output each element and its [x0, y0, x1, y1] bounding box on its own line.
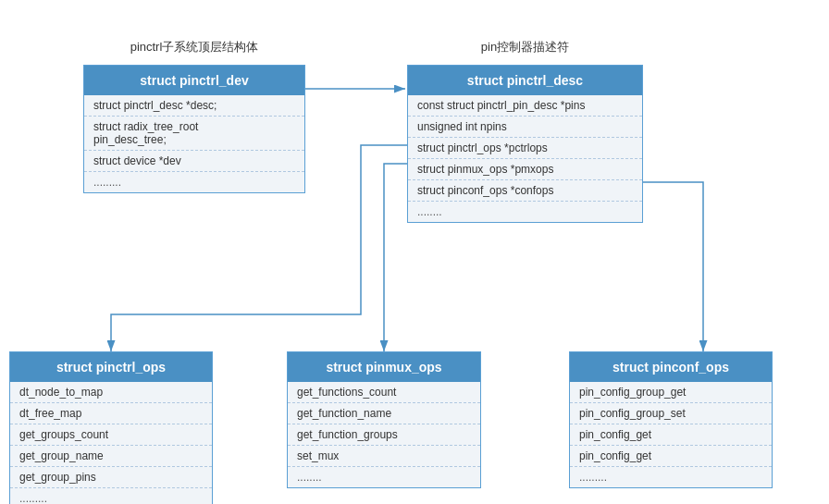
- row: ........: [288, 467, 480, 487]
- row: pin_config_group_get: [570, 382, 772, 403]
- row: struct device *dev: [84, 151, 304, 172]
- row: get_group_name: [10, 446, 212, 467]
- struct-pinmux-ops-header: struct pinmux_ops: [288, 352, 480, 382]
- struct-pinctrl-desc: struct pinctrl_desc const struct pinctrl…: [407, 65, 643, 223]
- row: dt_node_to_map: [10, 382, 212, 403]
- label-pinctrl-subsystem: pinctrl子系统顶层结构体: [83, 39, 305, 55]
- row: struct pinctrl_ops *pctrlops: [408, 138, 642, 159]
- diagram-container: pinctrl子系统顶层结构体 pin控制器描述符 struct pinctrl…: [0, 0, 829, 504]
- row: pin_config_group_set: [570, 403, 772, 424]
- row: .........: [570, 467, 772, 487]
- struct-pinconf-ops-header: struct pinconf_ops: [570, 352, 772, 382]
- row: get_function_groups: [288, 424, 480, 446]
- struct-pinctrl-desc-body: const struct pinctrl_pin_desc *pins unsi…: [408, 95, 642, 222]
- row: dt_free_map: [10, 403, 212, 424]
- row: get_functions_count: [288, 382, 480, 403]
- row: set_mux: [288, 446, 480, 467]
- row: pin_config_get: [570, 446, 772, 467]
- row: get_group_pins: [10, 467, 212, 488]
- row: .........: [10, 488, 212, 504]
- row: struct pinctrl_desc *desc;: [84, 95, 304, 117]
- row: struct pinmux_ops *pmxops: [408, 159, 642, 180]
- struct-pinctrl-desc-header: struct pinctrl_desc: [408, 66, 642, 95]
- arrow-pmxops: [384, 164, 407, 351]
- row: get_groups_count: [10, 424, 212, 446]
- row: unsigned int npins: [408, 117, 642, 138]
- struct-pinconf-ops: struct pinconf_ops pin_config_group_get …: [569, 351, 773, 488]
- struct-pinctrl-ops: struct pinctrl_ops dt_node_to_map dt_fre…: [9, 351, 213, 504]
- arrow-confops: [643, 182, 703, 351]
- row: pin_config_get: [570, 424, 772, 446]
- struct-pinctrl-ops-body: dt_node_to_map dt_free_map get_groups_co…: [10, 382, 212, 504]
- row: const struct pinctrl_pin_desc *pins: [408, 95, 642, 117]
- struct-pinctrl-dev-body: struct pinctrl_desc *desc; struct radix_…: [84, 95, 304, 192]
- struct-pinmux-ops: struct pinmux_ops get_functions_count ge…: [287, 351, 481, 488]
- row: .........: [84, 172, 304, 192]
- struct-pinctrl-ops-header: struct pinctrl_ops: [10, 352, 212, 382]
- struct-pinmux-ops-body: get_functions_count get_function_name ge…: [288, 382, 480, 487]
- label-pin-controller: pin控制器描述符: [407, 39, 643, 55]
- row: get_function_name: [288, 403, 480, 424]
- row: struct pinconf_ops *confops: [408, 180, 642, 202]
- struct-pinctrl-dev-header: struct pinctrl_dev: [84, 66, 304, 95]
- struct-pinconf-ops-body: pin_config_group_get pin_config_group_se…: [570, 382, 772, 487]
- row: struct radix_tree_rootpin_desc_tree;: [84, 117, 304, 151]
- row: ........: [408, 202, 642, 222]
- struct-pinctrl-dev: struct pinctrl_dev struct pinctrl_desc *…: [83, 65, 305, 193]
